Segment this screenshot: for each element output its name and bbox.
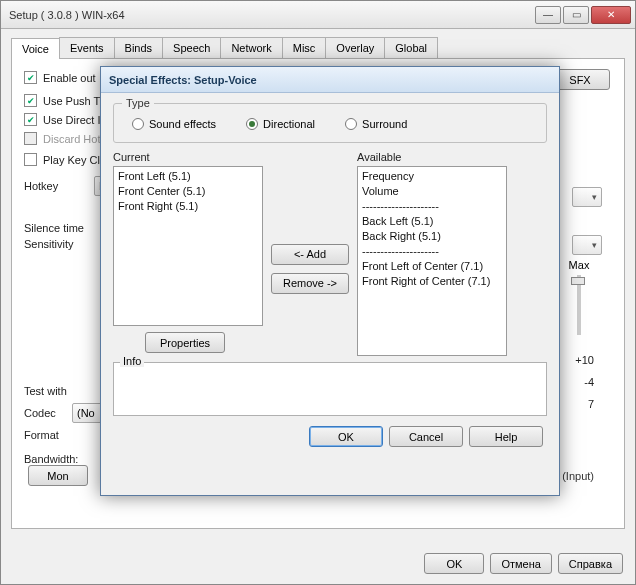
play-key-label: Play Key Cli <box>43 154 102 166</box>
available-label: Available <box>357 151 507 163</box>
use-direct-label: Use Direct I <box>43 114 100 126</box>
tab-overlay[interactable]: Overlay <box>325 37 385 58</box>
minimize-button[interactable]: — <box>535 6 561 24</box>
available-listbox[interactable]: Frequency Volume --------------------- B… <box>357 166 507 356</box>
tab-network[interactable]: Network <box>220 37 282 58</box>
use-push-checkbox[interactable]: ✔ <box>24 94 37 107</box>
play-key-checkbox[interactable] <box>24 153 37 166</box>
tab-speech[interactable]: Speech <box>162 37 221 58</box>
list-item[interactable]: Front Center (5.1) <box>118 184 258 199</box>
radio-sound-effects[interactable]: Sound effects <box>132 118 216 130</box>
monitor-button[interactable]: Mon <box>28 465 88 486</box>
main-help-button[interactable]: Справка <box>558 553 623 574</box>
tab-voice[interactable]: Voice <box>11 38 60 59</box>
current-listbox[interactable]: Front Left (5.1) Front Center (5.1) Fron… <box>113 166 263 326</box>
list-item[interactable]: Front Left of Center (7.1) <box>362 259 502 274</box>
radio-surround[interactable]: Surround <box>345 118 407 130</box>
dialog-titlebar[interactable]: Special Effects: Setup-Voice <box>101 67 559 93</box>
list-item: --------------------- <box>362 244 502 259</box>
list-item[interactable]: Back Left (5.1) <box>362 214 502 229</box>
maximize-button[interactable]: ▭ <box>563 6 589 24</box>
main-ok-button[interactable]: OK <box>424 553 484 574</box>
list-item[interactable]: Front Right (5.1) <box>118 199 258 214</box>
tab-bar: Voice Events Binds Speech Network Misc O… <box>11 37 625 59</box>
list-item: --------------------- <box>362 199 502 214</box>
sfx-dialog: Special Effects: Setup-Voice Type Sound … <box>100 66 560 496</box>
info-label: Info <box>120 355 144 367</box>
dialog-ok-button[interactable]: OK <box>309 426 383 447</box>
list-item[interactable]: Frequency <box>362 169 502 184</box>
dialog-help-button[interactable]: Help <box>469 426 543 447</box>
list-item[interactable]: Front Left (5.1) <box>118 169 258 184</box>
close-button[interactable]: ✕ <box>591 6 631 24</box>
dialog-cancel-button[interactable]: Cancel <box>389 426 463 447</box>
discard-hot-checkbox <box>24 132 37 145</box>
side-combo-1[interactable] <box>572 187 602 207</box>
silence-label: Silence time <box>24 222 94 234</box>
list-item[interactable]: Volume <box>362 184 502 199</box>
readout-values: +10 -4 7 <box>575 349 594 415</box>
use-direct-checkbox[interactable]: ✔ <box>24 113 37 126</box>
codec-label: Codec <box>24 407 72 419</box>
list-item[interactable]: Back Right (5.1) <box>362 229 502 244</box>
enable-out-label: Enable out <box>43 72 96 84</box>
titlebar[interactable]: Setup ( 3.0.8 ) WIN-x64 — ▭ ✕ <box>1 1 635 29</box>
radio-directional[interactable]: Directional <box>246 118 315 130</box>
type-legend: Type <box>122 97 154 109</box>
tab-misc[interactable]: Misc <box>282 37 327 58</box>
format-label: Format <box>24 429 72 441</box>
use-push-label: Use Push T <box>43 95 100 107</box>
discard-hot-label: Discard Hot <box>43 133 100 145</box>
dialog-title: Special Effects: Setup-Voice <box>109 74 257 86</box>
info-box: Info <box>113 362 547 416</box>
side-combo-2[interactable] <box>572 235 602 255</box>
current-label: Current <box>113 151 263 163</box>
remove-button[interactable]: Remove -> <box>271 273 349 294</box>
max-label: Max <box>554 259 604 271</box>
window-title: Setup ( 3.0.8 ) WIN-x64 <box>9 9 533 21</box>
hotkey-label: Hotkey <box>24 180 94 192</box>
add-button[interactable]: <- Add <box>271 244 349 265</box>
test-with-label: Test with <box>24 385 94 397</box>
tab-events[interactable]: Events <box>59 37 115 58</box>
input-label: (Input) <box>562 470 594 482</box>
properties-button[interactable]: Properties <box>145 332 225 353</box>
type-group: Type Sound effects Directional Surround <box>113 103 547 143</box>
bandwidth-label: Bandwidth: <box>24 453 94 465</box>
main-cancel-button[interactable]: Отмена <box>490 553 551 574</box>
enable-out-checkbox[interactable]: ✔ <box>24 71 37 84</box>
tab-global[interactable]: Global <box>384 37 438 58</box>
max-slider[interactable]: Max <box>554 259 604 339</box>
list-item[interactable]: Front Right of Center (7.1) <box>362 274 502 289</box>
sensitivity-label: Sensitivity <box>24 238 94 250</box>
tab-binds[interactable]: Binds <box>114 37 164 58</box>
